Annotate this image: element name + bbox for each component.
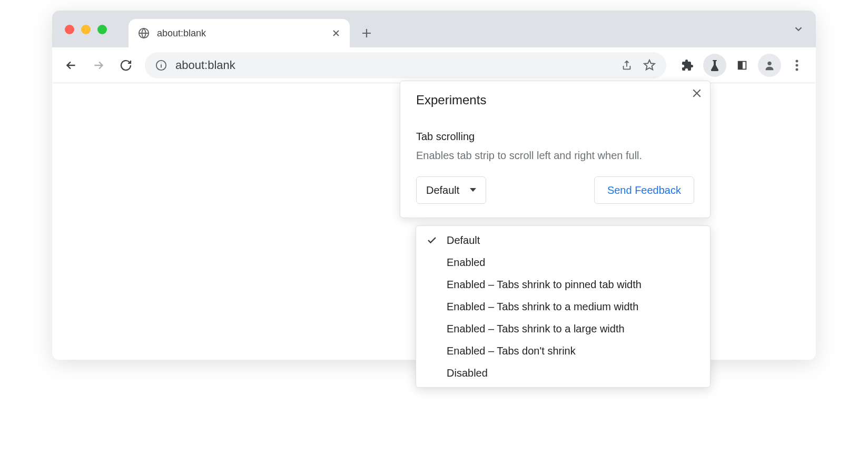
chevron-down-icon — [470, 188, 476, 192]
experiment-name: Tab scrolling — [416, 131, 694, 143]
back-button[interactable] — [60, 54, 83, 77]
tab-close-button[interactable] — [332, 29, 340, 37]
dropdown-option-label: Enabled – Tabs shrink to a medium width — [447, 301, 638, 313]
new-tab-button[interactable] — [355, 22, 378, 45]
url-input[interactable] — [175, 58, 613, 72]
browser-window: about:blank — [52, 11, 816, 360]
experiments-button[interactable] — [703, 54, 726, 77]
maximize-window-button[interactable] — [97, 25, 107, 34]
popover-title: Experiments — [416, 93, 694, 107]
tabs-overflow-button[interactable] — [793, 23, 804, 35]
dropdown-option[interactable]: Default — [416, 229, 710, 251]
dropdown-option-label: Default — [447, 234, 480, 247]
svg-point-2 — [767, 61, 771, 65]
extensions-button[interactable] — [676, 54, 699, 77]
info-icon[interactable] — [155, 60, 167, 71]
experiment-description: Enables tab strip to scroll left and rig… — [416, 148, 694, 163]
forward-button[interactable] — [87, 54, 110, 77]
select-value: Default — [426, 184, 459, 196]
toolbar — [52, 47, 816, 83]
dropdown-option[interactable]: Disabled — [416, 362, 710, 384]
page-content: Experiments Tab scrolling Enables tab st… — [52, 83, 816, 360]
experiment-select[interactable]: Default — [416, 176, 486, 204]
menu-button[interactable] — [785, 54, 808, 77]
dropdown-option-label: Enabled — [447, 257, 485, 269]
check-icon — [427, 237, 437, 244]
dropdown-option[interactable]: Enabled — [416, 251, 710, 273]
svg-point-3 — [796, 60, 798, 62]
experiments-popover: Experiments Tab scrolling Enables tab st… — [400, 81, 711, 218]
tab-strip: about:blank — [52, 11, 816, 47]
dropdown-option[interactable]: Enabled – Tabs shrink to pinned tab widt… — [416, 273, 710, 296]
minimize-window-button[interactable] — [81, 25, 91, 34]
dropdown-option[interactable]: Enabled – Tabs shrink to a medium width — [416, 296, 710, 318]
dropdown-option-label: Enabled – Tabs shrink to a large width — [447, 323, 625, 335]
share-icon[interactable] — [621, 60, 633, 71]
svg-point-5 — [796, 68, 798, 71]
window-controls — [65, 25, 107, 34]
dropdown-option-label: Disabled — [447, 367, 488, 379]
experiment-options-dropdown: DefaultEnabledEnabled – Tabs shrink to p… — [416, 225, 711, 388]
browser-tab[interactable]: about:blank — [129, 19, 350, 47]
profile-button[interactable] — [758, 54, 781, 77]
dropdown-option-label: Enabled – Tabs shrink to pinned tab widt… — [447, 279, 642, 291]
globe-icon — [138, 27, 150, 39]
popover-close-button[interactable] — [692, 88, 702, 98]
reload-button[interactable] — [114, 54, 137, 77]
address-bar[interactable] — [145, 52, 666, 78]
send-feedback-button[interactable]: Send Feedback — [594, 176, 694, 204]
bookmark-star-icon[interactable] — [643, 59, 656, 72]
svg-point-4 — [796, 64, 798, 66]
tab-title: about:blank — [157, 28, 324, 39]
side-panel-button[interactable] — [731, 54, 754, 77]
dropdown-option[interactable]: Enabled – Tabs shrink to a large width — [416, 318, 710, 340]
close-window-button[interactable] — [65, 25, 74, 34]
dropdown-option-label: Enabled – Tabs don't shrink — [447, 345, 576, 357]
dropdown-option[interactable]: Enabled – Tabs don't shrink — [416, 340, 710, 362]
